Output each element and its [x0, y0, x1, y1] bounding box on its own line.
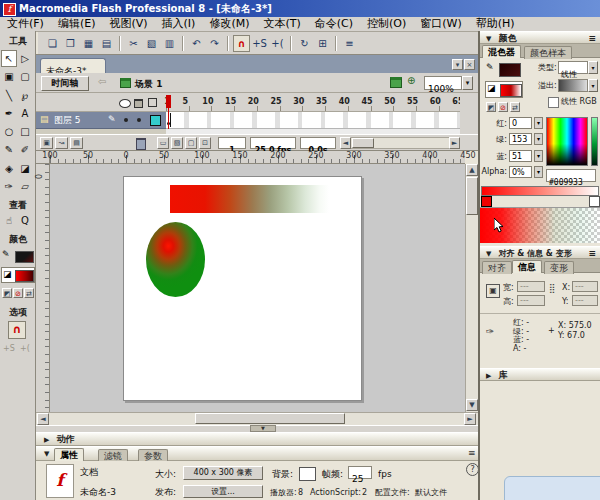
eraser-tool[interactable]: ▱ [17, 178, 33, 195]
toolbar-new-button[interactable]: ❏ [44, 35, 61, 52]
tab-color-mixer[interactable]: 混色器 [482, 45, 521, 58]
menu-item-insert[interactable]: 插入(I) [155, 17, 203, 31]
layer-outline-swatch[interactable] [150, 115, 161, 126]
document-tab[interactable]: 未命名-3* [40, 58, 106, 73]
stroke-color-row[interactable]: ✎ [2, 249, 34, 263]
layer-lock-dot[interactable] [137, 118, 141, 122]
fill-color-swatch[interactable] [15, 270, 34, 282]
default-colors-button[interactable]: ◩ [2, 288, 12, 298]
line-tool[interactable]: ╲ [1, 87, 17, 104]
library-panel-header[interactable]: ▶ 库 [480, 368, 600, 381]
pencil-tool[interactable]: ✎ [1, 141, 17, 158]
toolbar-open-button[interactable]: ❒ [62, 35, 79, 52]
channel-input-red[interactable]: 0 [509, 117, 532, 129]
tabbar-close-button[interactable]: × [464, 59, 475, 70]
actions-panel-header[interactable]: ▶ 动作 [36, 432, 487, 446]
eyedropper-tool[interactable]: ✑ [1, 178, 17, 195]
mixer-swap-colors-button[interactable]: ⇄ [510, 102, 520, 112]
ink-bottle-tool[interactable]: ◈ [1, 160, 17, 177]
menu-item-view[interactable]: 视图(V) [102, 17, 154, 31]
timeline-panel-tab[interactable]: 时间轴 [41, 76, 89, 91]
registration-grid-icon[interactable]: ⣿ [549, 284, 556, 293]
mixer-no-color-button[interactable]: ⊘ [498, 102, 508, 112]
pasteboard[interactable] [50, 164, 465, 412]
window-titlebar[interactable]: f Macromedia Flash Professional 8 - [未命名… [0, 0, 600, 17]
smooth-option-icon[interactable]: +S [3, 344, 15, 353]
toolbar-paste-button[interactable]: ▥ [161, 35, 178, 52]
tab-transform[interactable]: 变形 [544, 261, 574, 274]
info-height-field[interactable]: --- [517, 295, 545, 306]
fps-input[interactable]: 25 [348, 466, 372, 479]
frame-rate-box[interactable]: 25.0 fps [250, 137, 296, 149]
stroke-color-swatch[interactable] [15, 251, 34, 263]
hand-tool[interactable]: ☝ [1, 212, 17, 229]
fill-color-row[interactable]: ◪ [1, 267, 35, 283]
type-combo[interactable]: 线性 [558, 61, 588, 74]
hex-color-field[interactable]: #009933 [546, 169, 596, 182]
selection-tool[interactable]: ↖ [1, 50, 17, 67]
delete-layer-button[interactable] [136, 138, 146, 150]
info-x-field[interactable]: --- [572, 281, 598, 292]
toolbar-scale-button[interactable]: ⊞ [314, 35, 331, 52]
color-panel-header[interactable]: ▼ 颜色 ≡ [480, 31, 600, 44]
lasso-tool[interactable]: ℘ [17, 87, 33, 104]
gradient-definition-bar[interactable] [481, 186, 599, 196]
toolbar-copy-button[interactable]: ▧ [143, 35, 160, 52]
channel-spinner-blue[interactable]: ▾ [534, 150, 543, 162]
mixer-stroke-swatch[interactable] [499, 63, 521, 77]
onion-skin-button[interactable]: ▧ [171, 137, 183, 149]
edit-scene-button[interactable] [390, 77, 402, 88]
free-transform-tool[interactable]: ▣ [1, 68, 17, 85]
channel-input-green[interactable]: 153 [509, 133, 532, 145]
layer-name[interactable]: 图层 5 [54, 114, 81, 127]
outline-layers-icon[interactable] [148, 98, 157, 107]
edit-symbols-button[interactable]: ⊕ [407, 75, 415, 86]
gradient-transform-tool[interactable]: ▢ [17, 68, 33, 85]
tab-align[interactable]: 对齐 [482, 261, 512, 274]
gradient-stop-right[interactable] [589, 196, 600, 207]
toolbar-rotate-button[interactable]: ↻ [296, 35, 313, 52]
toolbar-save-button[interactable]: ▦ [80, 35, 97, 52]
toolbar-smooth-button[interactable]: +S [251, 35, 268, 52]
gradient-preview[interactable] [480, 207, 600, 243]
toolbar-straighten-button[interactable]: +( [269, 35, 286, 52]
menu-item-edit[interactable]: 编辑(E) [51, 17, 103, 31]
subselection-tool[interactable]: ▷ [17, 50, 33, 67]
timeline-scroll-left-button[interactable]: ◄ [340, 137, 351, 149]
oval-tool[interactable]: ○ [1, 123, 17, 140]
tabbar-menu-button[interactable]: ▾ [452, 59, 463, 70]
scene-name[interactable]: 场景 1 [135, 78, 162, 90]
tab-properties[interactable]: 属性 [54, 448, 84, 461]
center-frame-button[interactable]: ▭ [157, 137, 169, 149]
toolbar-snap-button[interactable]: ∩ [233, 35, 250, 52]
publish-settings-button[interactable]: 设置... [183, 485, 263, 498]
vertical-scrollbar-thumb[interactable] [466, 177, 478, 215]
channel-spinner-green[interactable]: ▾ [534, 133, 543, 145]
snap-to-objects-toggle[interactable]: ∩ [8, 321, 26, 339]
scroll-up-button[interactable]: ▲ [466, 164, 478, 176]
background-color-swatch[interactable] [299, 467, 316, 481]
menu-item-window[interactable]: 窗口(W) [413, 17, 468, 31]
brightness-strip[interactable] [591, 117, 598, 166]
playhead-marker[interactable] [166, 95, 171, 108]
layer-frames-row[interactable] [166, 112, 460, 129]
zoom-tool[interactable]: Q [17, 212, 33, 229]
menu-item-text[interactable]: 文本(T) [256, 17, 307, 31]
brush-tool[interactable]: ✐ [17, 141, 33, 158]
rectangle-tool[interactable]: □ [17, 123, 33, 140]
gradient-stop-left[interactable] [481, 196, 492, 207]
color-spectrum[interactable] [546, 117, 588, 166]
timeline-collapse-button[interactable]: ▼ [250, 425, 276, 432]
scroll-down-button[interactable]: ▼ [466, 399, 478, 411]
navigate-back-icon[interactable]: ⇦ [98, 76, 106, 87]
menu-item-help[interactable]: 帮助(H) [469, 17, 522, 31]
insert-layer-button[interactable]: ▣ [40, 137, 53, 149]
swap-colors-button[interactable]: ⇄ [24, 288, 34, 298]
stage-gradient-ellipse[interactable] [146, 222, 205, 297]
menu-item-file[interactable]: 文件(F) [0, 17, 51, 31]
keyframe-marker[interactable] [170, 113, 171, 127]
mixer-stroke-row[interactable]: ✎ [486, 62, 522, 77]
toolbar-print-button[interactable]: ▤ [98, 35, 115, 52]
properties-menu-icon[interactable]: ≡ [468, 448, 476, 458]
overflow-combo-arrow[interactable]: ▾ [588, 79, 598, 92]
